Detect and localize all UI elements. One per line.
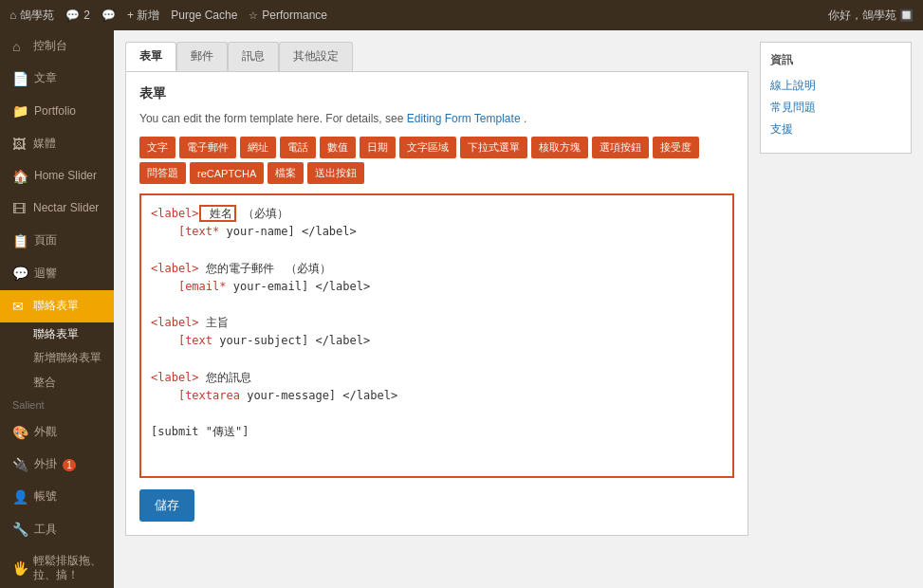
wp-logo-icon: ⌂: [9, 9, 16, 22]
salient-separator: Salient: [0, 395, 114, 415]
tag-btn-4[interactable]: 數值: [320, 137, 356, 158]
info-panel: 資訊 線上說明 常見問題 支援: [760, 42, 912, 577]
home-slider-icon: 🏠: [12, 168, 28, 185]
main-content: 表單 郵件 訊息 其他設定 表單 You can edit the form t…: [114, 30, 923, 588]
tag-buttons-row-1: 文字電子郵件網址電話數值日期文字區域下拉式選單核取方塊選項按鈕接受度問答題reC…: [139, 137, 734, 184]
sidebar-label-home-slider: Home Slider: [34, 169, 97, 184]
wp-container: ⌂ 控制台 📄 文章 📁 Portfolio 🖼 媒體 🏠 Home Slide…: [0, 30, 923, 588]
comment-icon-2[interactable]: 💬: [102, 9, 116, 22]
sidebar-item-dashboard[interactable]: ⌂ 控制台: [0, 30, 114, 63]
posts-icon: 📄: [12, 70, 28, 87]
comment-icon: 💬: [65, 9, 80, 22]
star-icon: ☆: [249, 9, 258, 22]
sidebar-label-plugins: 外掛: [34, 457, 57, 472]
sidebar-label-comments: 迴響: [34, 266, 57, 282]
appearance-icon: 🎨: [12, 424, 28, 441]
form-editor-title: 表單: [139, 85, 734, 102]
purge-cache-button[interactable]: Purge Cache: [171, 9, 237, 22]
tag-btn-8[interactable]: 核取方塊: [531, 137, 588, 158]
tag-btn-13[interactable]: 檔案: [268, 162, 304, 184]
nav-tabs: 表單 郵件 訊息 其他設定: [125, 42, 748, 71]
plugins-badge: 1: [63, 459, 76, 471]
sidebar-label-pages: 頁面: [34, 233, 57, 248]
submenu-contact-forms[interactable]: 聯絡表單: [21, 322, 114, 347]
submenu-label-add: 新增聯絡表單: [33, 351, 102, 366]
sidebar-item-users[interactable]: 👤 帳號: [0, 481, 114, 513]
editing-form-template-link[interactable]: Editing Form Template: [407, 112, 521, 125]
sidebar-item-posts[interactable]: 📄 文章: [0, 63, 114, 95]
contact-icon: ✉: [12, 298, 28, 315]
info-title: 資訊: [770, 52, 901, 68]
code-editor[interactable]: <label> 姓名 （必填） [text* your-name] </labe…: [139, 193, 734, 478]
tag-btn-2[interactable]: 網址: [240, 137, 276, 158]
comments-icon: 💬: [12, 265, 28, 282]
sidebar-item-plugins[interactable]: 🔌 外掛 1: [0, 449, 114, 481]
submenu-label-contact-forms: 聯絡表單: [33, 327, 79, 342]
sidebar-label-nectar-slider: Nectar Slider: [33, 201, 99, 216]
sidebar-item-media[interactable]: 🖼 媒體: [0, 128, 114, 160]
form-editor: 表單 郵件 訊息 其他設定 表單 You can edit the form t…: [125, 42, 748, 577]
tag-btn-0[interactable]: 文字: [139, 137, 175, 158]
tag-btn-14[interactable]: 送出按鈕: [307, 162, 364, 184]
sidebar-item-nectar-slider[interactable]: 🎞 Nectar Slider: [0, 193, 114, 225]
tab-content: 表單 You can edit the form template here. …: [125, 71, 748, 536]
drag-icon: 🖐: [12, 560, 28, 577]
sidebar-label-posts: 文章: [34, 71, 57, 86]
submenu-add-contact-form[interactable]: 新增聯絡表單: [21, 346, 114, 371]
site-name: 鴿學苑: [20, 8, 54, 24]
admin-bar: ⌂ 鴿學苑 💬 2 💬 + 新增 Purge Cache ☆ Performan…: [0, 0, 923, 30]
user-avatar: 🔲: [899, 9, 914, 22]
sidebar-label-portfolio: Portfolio: [34, 104, 76, 119]
sidebar-item-pages[interactable]: 📋 頁面: [0, 225, 114, 257]
tab-form[interactable]: 表單: [125, 42, 176, 71]
form-editor-description: You can edit the form template here. For…: [139, 112, 734, 125]
tab-email[interactable]: 郵件: [176, 42, 228, 71]
info-box: 資訊 線上說明 常見問題 支援: [760, 42, 912, 154]
sidebar-label-media: 媒體: [33, 137, 56, 152]
tab-message[interactable]: 訊息: [228, 42, 279, 71]
save-button[interactable]: 儲存: [139, 489, 194, 522]
tag-btn-9[interactable]: 選項按鈕: [592, 137, 649, 158]
tag-btn-6[interactable]: 文字區域: [399, 137, 456, 158]
portfolio-icon: 📁: [12, 102, 28, 119]
sidebar-item-tools[interactable]: 🔧 工具: [0, 513, 114, 545]
comments-count[interactable]: 💬 2: [65, 9, 90, 22]
info-link-faq[interactable]: 常見問題: [770, 100, 901, 116]
sidebar-item-appearance[interactable]: 🎨 外觀: [0, 416, 114, 449]
user-greeting: 你好，鴿學苑: [828, 9, 896, 22]
sidebar-label-contact: 聯絡表單: [33, 299, 79, 314]
description-text: You can edit the form template here. For…: [139, 112, 407, 125]
description-period: .: [524, 112, 526, 125]
sidebar-label-tools: 工具: [34, 523, 57, 538]
admin-menu: ⌂ 控制台 📄 文章 📁 Portfolio 🖼 媒體 🏠 Home Slide…: [0, 30, 114, 588]
sidebar-item-comments[interactable]: 💬 迴響: [0, 257, 114, 289]
info-link-support[interactable]: 支援: [770, 121, 901, 138]
tag-btn-7[interactable]: 下拉式選單: [460, 137, 527, 158]
tab-settings[interactable]: 其他設定: [279, 42, 353, 71]
dashboard-icon: ⌂: [12, 38, 28, 55]
sidebar-label-dashboard: 控制台: [33, 39, 67, 54]
info-link-help[interactable]: 線上說明: [770, 78, 901, 94]
tag-btn-3[interactable]: 電話: [280, 137, 316, 158]
sidebar-item-home-slider[interactable]: 🏠 Home Slider: [0, 160, 114, 193]
tag-btn-5[interactable]: 日期: [360, 137, 396, 158]
new-post-button[interactable]: + 新增: [127, 8, 159, 24]
tag-btn-1[interactable]: 電子郵件: [179, 137, 236, 158]
submenu-integration[interactable]: 整合: [21, 371, 114, 395]
performance-link[interactable]: ☆ Performance: [249, 9, 327, 22]
sidebar-item-contact[interactable]: ✉ 聯絡表單: [0, 290, 114, 322]
tag-btn-12[interactable]: reCAPTCHA: [190, 162, 264, 184]
nectar-slider-icon: 🎞: [12, 200, 28, 217]
submenu-label-integration: 整合: [33, 376, 56, 391]
sidebar-item-drag[interactable]: 🖐 輕鬆排版拖、拉、搞！: [0, 546, 114, 588]
highlighted-name: 姓名: [199, 205, 236, 222]
tag-btn-11[interactable]: 問答題: [139, 162, 186, 184]
users-icon: 👤: [12, 488, 28, 505]
tools-icon: 🔧: [12, 521, 28, 538]
sidebar-label-users: 帳號: [34, 489, 57, 505]
sidebar-label-drag: 輕鬆排版拖、拉、搞！: [33, 554, 104, 583]
plugins-icon: 🔌: [12, 456, 28, 473]
sidebar-item-portfolio[interactable]: 📁 Portfolio: [0, 95, 114, 127]
tag-btn-10[interactable]: 接受度: [653, 137, 699, 158]
wp-logo[interactable]: ⌂ 鴿學苑: [9, 8, 54, 24]
